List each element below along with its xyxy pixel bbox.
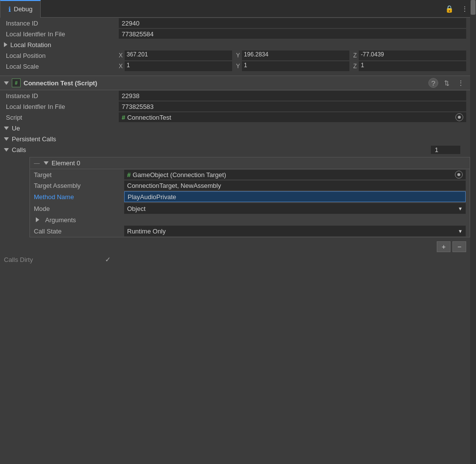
calls-arrow[interactable] [4,148,9,152]
target-assembly-label: Target Assembly [34,182,122,189]
component-expand-arrow[interactable] [4,81,9,85]
element-header: — Element 0 [30,157,470,169]
local-scale-y[interactable]: 1 [242,61,349,71]
calls-dirty-row: Calls Dirty ✓ [0,254,470,265]
instance-id-value: 22940 [119,18,466,28]
element-expand-arrow[interactable] [44,161,49,165]
local-position-z[interactable]: -77.0439 [359,51,466,60]
panel: ℹ Debug 🔒 ⋮ Instance ID 22940 Local Iden… [0,0,476,265]
script-value-container: # ConnectionTest [119,112,466,122]
target-row: Target # GameObject (Connection Target) [30,169,470,180]
target-assembly-row: Target Assembly ConnectionTarget, NewAss… [30,180,470,191]
method-name-value[interactable]: PlayAudioPrivate [124,191,466,202]
target-assembly-value: ConnectionTarget, NewAssembly [124,180,466,190]
calls-label: Calls [12,146,26,154]
local-rotation-row: Local Rotation [0,39,470,50]
z-axis-label: Z [353,52,357,59]
info-icon: ℹ [8,5,11,13]
persistent-calls-row: Persistent Calls [0,133,470,144]
scrollbar-thumb[interactable] [471,0,476,15]
call-state-select[interactable]: Runtime Only ▼ [124,226,466,236]
component-instance-id-row: Instance ID 22938 [0,90,470,101]
method-name-row: Method Name PlayAudioPrivate [30,191,470,203]
scale-z-axis: Z [353,63,357,70]
mode-label: Mode [34,205,122,212]
target-value-container: # GameObject (Connection Target) [124,170,466,180]
calls-row: Calls 1 [0,144,470,155]
local-position-fields: X 367.201 Y 196.2834 Z -77.0439 [119,51,466,60]
local-scale-label: Local Scale [4,63,117,70]
main-content: Instance ID 22940 Local Identfier In Fil… [0,18,476,265]
local-scale-row: Local Scale X 1 Y 1 Z 1 [0,61,470,72]
dash-icon: — [34,160,40,167]
persistent-calls-arrow[interactable] [4,137,9,141]
lock-icon-button[interactable]: 🔒 [443,3,455,15]
target-hash-icon: # [127,171,131,179]
more-options-button[interactable]: ⋮ [459,3,470,15]
target-picker[interactable] [455,171,463,179]
arguments-label: Arguments [45,216,133,224]
scale-y-axis: Y [236,63,240,70]
element-label: Element 0 [52,159,80,167]
remove-button[interactable]: − [452,241,466,252]
component-local-identifier-value: 773825583 [119,102,466,111]
local-position-label: Local Position [4,52,117,59]
local-rotation-label: Local Rotation [10,41,51,49]
help-button[interactable]: ? [428,78,438,88]
local-scale-z[interactable]: 1 [359,61,466,71]
script-label: Script [4,114,117,121]
ue-expand-arrow[interactable] [4,127,9,130]
calls-dirty-label: Calls Dirty [4,256,102,263]
component-local-identifier-row: Local Identfier In File 773825583 [0,101,470,112]
calls-dirty-checkmark: ✓ [105,256,111,263]
element-block: — Element 0 Target # GameObject (Connect… [29,157,470,237]
instance-id-row: Instance ID 22940 [0,18,470,28]
tab-bar: ℹ Debug 🔒 ⋮ [0,0,476,18]
local-identifier-row: Local Identfier In File 773825584 [0,28,470,39]
y-axis-label: Y [236,52,240,59]
settings-sliders-button[interactable]: ⇅ [442,77,451,89]
local-identifier-label: Local Identfier In File [4,30,117,38]
mode-row: Mode Object ▼ [30,203,470,214]
component-instance-id-value: 22938 [119,91,466,101]
call-state-dropdown-arrow: ▼ [458,229,463,234]
mode-dropdown-arrow: ▼ [458,206,463,211]
tab-label: Debug [14,5,32,13]
script-row: Script # ConnectionTest [0,112,470,123]
target-value: GameObject (Connection Target) [132,171,226,179]
local-scale-fields: X 1 Y 1 Z 1 [119,61,466,71]
local-position-row: Local Position X 367.201 Y 196.2834 Z -7… [0,50,470,61]
calls-value: 1 [431,146,460,154]
arguments-row: Arguments [30,214,470,225]
target-label: Target [34,171,122,179]
component-header: # Connection Test (Script) ? ⇅ ⋮ [0,76,470,90]
scale-x-axis: X [119,63,123,70]
component-title: Connection Test (Script) [24,79,425,87]
ue-label: Ue [12,125,20,132]
script-value: ConnectionTest [127,114,171,121]
component-local-identifier-label: Local Identfier In File [4,103,117,110]
arguments-arrow[interactable] [36,217,39,222]
component-more-button[interactable]: ⋮ [455,77,466,89]
local-identifier-value: 773825584 [119,29,466,39]
method-name-label: Method Name [34,193,122,201]
call-state-row: Call State Runtime Only ▼ [30,225,470,237]
script-icon: # [12,78,21,87]
ue-row: Ue [0,123,470,133]
mode-select[interactable]: Object ▼ [124,203,466,214]
component-icons: ? ⇅ ⋮ [428,77,466,89]
script-hash-icon: # [122,114,125,121]
local-position-x[interactable]: 367.201 [125,51,232,60]
instance-id-label: Instance ID [4,20,117,27]
local-rotation-arrow[interactable] [4,42,7,47]
local-position-y[interactable]: 196.2834 [242,51,349,60]
script-target-picker[interactable] [455,113,463,121]
scrollbar-track[interactable] [470,0,476,464]
component-instance-id-label: Instance ID [4,92,117,100]
x-axis-label: X [119,52,123,59]
debug-tab[interactable]: ℹ Debug [0,0,41,18]
add-button[interactable]: + [437,241,450,252]
call-state-label: Call State [34,228,122,235]
bottom-bar: + − [0,239,470,254]
local-scale-x[interactable]: 1 [125,61,232,71]
